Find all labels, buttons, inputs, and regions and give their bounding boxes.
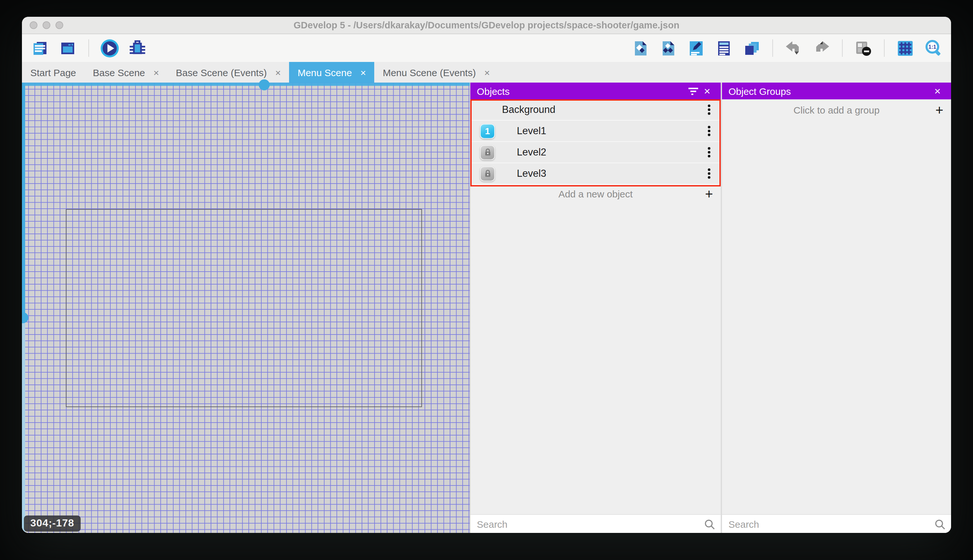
selection-handle-left[interactable] [22,312,28,323]
toolbar-separator [772,39,773,57]
toggle-object-groups-button[interactable] [658,38,679,58]
object-groups-header: Object Groups × [722,83,951,99]
locked-level-button-thumb [480,166,495,181]
window-title: GDevelop 5 - /Users/dkarakay/Documents/G… [22,20,951,30]
gdevelop-window: GDevelop 5 - /Users/dkarakay/Documents/G… [22,17,951,533]
groups-search-bar [722,514,951,533]
objects-panel-empty-area [470,203,721,514]
selection-top-edge [22,83,470,85]
object-name: Level3 [517,168,546,179]
lock-icon [483,169,492,178]
toggle-objects-panel-button[interactable] [630,38,651,58]
objects-panel-icon [632,40,649,57]
object-name: Background [502,104,555,115]
zoom-ratio-button[interactable]: 1:1 [923,38,943,58]
object-groups-title: Object Groups [728,85,791,97]
project-manager-icon [32,40,48,57]
object-thumbnail [480,166,495,181]
instances-list-icon [716,40,732,57]
tab-base-scene-events[interactable]: Base Scene (Events) × [167,62,289,83]
objects-filter-button[interactable] [686,84,700,98]
scene-properties-button[interactable] [57,38,78,58]
cursor-coordinates-badge: 304;-178 [24,515,81,532]
object-row-level2[interactable]: Level2 [470,142,721,163]
redo-icon [813,40,830,56]
object-row-level1[interactable]: 1 Level1 [470,121,721,142]
toolbar-separator [88,39,89,57]
tab-bar: Start Page Base Scene × Base Scene (Even… [22,62,951,83]
toggle-instances-list-button[interactable] [714,38,734,58]
undo-button[interactable] [783,38,804,58]
scene-window-icon [59,40,76,57]
toolbar-separator [884,39,885,57]
tab-close-icon[interactable]: × [275,67,281,77]
layers-icon [743,40,760,57]
title-bar: GDevelop 5 - /Users/dkarakay/Documents/G… [22,17,951,34]
object-menu-icon[interactable] [708,130,710,132]
tab-base-scene[interactable]: Base Scene × [85,62,167,83]
toggle-grid-button[interactable] [895,38,916,58]
window-mask-icon [855,40,872,57]
scene-editor-canvas[interactable]: 304;-178 [22,83,470,533]
object-groups-close-button[interactable]: × [930,84,945,98]
add-object-label: Add a new object [558,188,633,199]
tab-label: Base Scene (Events) [176,67,267,78]
objects-panel-header: Objects × [470,83,721,99]
tab-label: Start Page [30,67,76,78]
grid-icon [897,40,914,57]
selection-left-edge [22,83,25,533]
properties-pencil-icon [688,40,705,57]
object-thumbnail: 1 [480,123,495,138]
tab-menu-scene-events[interactable]: Menu Scene (Events) × [374,62,498,83]
objects-panel: Objects × Background [470,83,721,533]
zoom-ratio-label: 1:1 [928,44,936,50]
tab-label: Base Scene [93,67,145,78]
toggle-window-mask-button[interactable] [853,38,874,58]
search-icon [934,518,946,530]
main-toolbar: 1:1 [22,34,951,62]
object-menu-icon[interactable] [708,151,710,153]
object-groups-panel: Object Groups × Click to add a group + [722,83,951,533]
filter-icon [688,87,698,95]
objects-panel-close-button[interactable]: × [700,84,714,98]
object-name: Level2 [517,147,546,158]
add-group-button[interactable]: Click to add a group + [722,99,951,121]
objects-search-input[interactable] [470,515,721,533]
tab-label: Menu Scene (Events) [383,67,476,78]
add-new-object-button[interactable]: Add a new object + [470,185,721,203]
toolbar-separator [842,39,843,57]
plus-icon[interactable]: + [705,187,713,201]
search-icon [704,518,716,530]
toggle-properties-button[interactable] [686,38,706,58]
game-window-outline [66,209,422,407]
objects-list: Background 1 Level1 [470,99,721,185]
undo-icon [785,40,802,56]
locked-level-button-thumb [480,145,495,160]
lock-icon [483,148,492,157]
object-groups-icon [660,40,677,57]
tab-menu-scene[interactable]: Menu Scene × [289,62,374,83]
object-thumbnail [480,145,495,160]
object-row-level3[interactable]: Level3 [470,163,721,185]
selection-handle-top[interactable] [259,79,270,90]
tab-close-icon[interactable]: × [153,67,159,77]
object-groups-empty-area [722,121,951,514]
toggle-layers-button[interactable] [741,38,762,58]
redo-button[interactable] [811,38,832,58]
object-menu-icon[interactable] [708,108,710,111]
groups-search-input[interactable] [722,515,951,533]
objects-search-bar [470,514,721,533]
object-menu-icon[interactable] [708,172,710,175]
debug-bug-icon [128,39,147,57]
play-icon [100,38,119,58]
plus-icon[interactable]: + [935,103,943,117]
tab-close-icon[interactable]: × [360,67,366,77]
debug-button[interactable] [127,38,148,58]
tab-start-page[interactable]: Start Page [22,62,85,83]
tab-close-icon[interactable]: × [484,67,490,77]
object-row-background[interactable]: Background [470,99,721,121]
object-name: Level1 [517,125,546,137]
zoom-one-to-one-icon: 1:1 [924,39,942,57]
preview-play-button[interactable] [99,38,120,58]
project-manager-button[interactable] [30,38,50,58]
